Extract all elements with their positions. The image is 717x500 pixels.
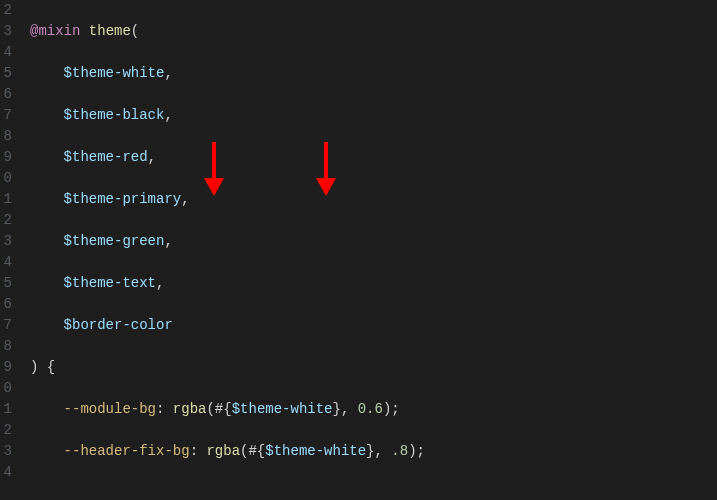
token-punc: , [375,443,383,459]
line-number-gutter: 2 3 4 5 6 7 8 9 0 1 2 3 4 5 6 7 8 9 0 1 … [0,0,16,500]
code-line[interactable]: $border-color [30,315,635,336]
line-number: 2 [0,210,12,231]
code-line[interactable]: $theme-green, [30,231,635,252]
token-variable: $theme-white [64,65,165,81]
line-number: 4 [0,252,12,273]
code-line[interactable]: --header-fix-bg: rgba(#{$theme-white}, .… [30,441,635,462]
token-number: 0.6 [358,401,383,417]
line-number: 8 [0,336,12,357]
line-number: 3 [0,21,12,42]
code-line[interactable]: $theme-text, [30,273,635,294]
code-line[interactable] [30,483,635,500]
code-line[interactable]: $theme-red, [30,147,635,168]
token-function: rgba [206,443,240,459]
line-number: 4 [0,462,12,483]
token-punc: , [164,65,172,81]
token-interpolation-close: } [333,401,341,417]
token-punc: ( [206,401,214,417]
token-punc: ) [30,359,38,375]
code-line[interactable]: $theme-white, [30,63,635,84]
line-number: 8 [0,126,12,147]
line-number: 2 [0,0,12,21]
line-number: 2 [0,420,12,441]
token-punc: : [190,443,198,459]
code-area[interactable]: @mixin theme( $theme-white, $theme-black… [16,0,635,500]
token-variable: $theme-white [232,401,333,417]
token-punc: , [164,233,172,249]
code-line[interactable]: @mixin theme( [30,21,635,42]
line-number: 1 [0,399,12,420]
token-punc: , [164,107,172,123]
line-number: 6 [0,294,12,315]
token-brace: { [47,359,55,375]
token-function: rgba [173,401,207,417]
code-line[interactable]: $theme-primary, [30,189,635,210]
token-punc: ) [408,443,416,459]
line-number: 6 [0,84,12,105]
token-punc: , [181,191,189,207]
code-line[interactable]: ) { [30,357,635,378]
line-number: 0 [0,378,12,399]
line-number: 9 [0,147,12,168]
line-number: 7 [0,105,12,126]
code-editor[interactable]: 2 3 4 5 6 7 8 9 0 1 2 3 4 5 6 7 8 9 0 1 … [0,0,717,500]
line-number: 9 [0,357,12,378]
token-variable: $theme-red [64,149,148,165]
code-line[interactable]: --module-bg: rgba(#{$theme-white}, 0.6); [30,399,635,420]
token-punc: ; [417,443,425,459]
token-punc: ( [131,23,139,39]
line-number: 3 [0,231,12,252]
token-custom-prop: --header-fix-bg [64,443,190,459]
token-variable: $border-color [64,317,173,333]
line-number: 3 [0,441,12,462]
token-interpolation-open: #{ [215,401,232,417]
token-variable: $theme-green [64,233,165,249]
token-variable: $theme-text [64,275,156,291]
line-number: 5 [0,273,12,294]
line-number: 0 [0,168,12,189]
code-line[interactable]: $theme-black, [30,105,635,126]
token-interpolation-close: } [366,443,374,459]
token-punc: , [156,275,164,291]
token-at-rule: @mixin [30,23,80,39]
line-number: 1 [0,189,12,210]
token-variable: $theme-primary [64,191,182,207]
line-number: 7 [0,315,12,336]
token-mixin-name: theme [89,23,131,39]
token-number: .8 [391,443,408,459]
line-number: 5 [0,63,12,84]
token-punc: : [156,401,164,417]
token-punc: , [341,401,349,417]
token-interpolation-open: #{ [248,443,265,459]
token-punc: ; [391,401,399,417]
token-custom-prop: --module-bg [64,401,156,417]
line-number: 4 [0,42,12,63]
token-variable: $theme-white [265,443,366,459]
token-punc: , [148,149,156,165]
token-variable: $theme-black [64,107,165,123]
